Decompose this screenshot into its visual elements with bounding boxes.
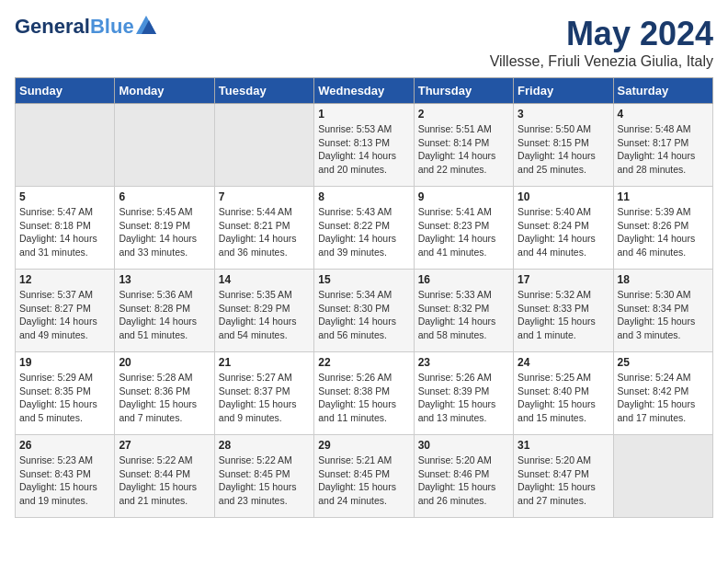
- col-wednesday: Wednesday: [314, 78, 414, 104]
- col-sunday: Sunday: [16, 78, 115, 104]
- logo-general: General: [15, 15, 90, 39]
- logo: General Blue: [15, 15, 156, 39]
- table-row: 7Sunrise: 5:44 AM Sunset: 8:21 PM Daylig…: [214, 187, 313, 270]
- table-row: [16, 104, 115, 187]
- table-row: 8Sunrise: 5:43 AM Sunset: 8:22 PM Daylig…: [314, 187, 414, 270]
- calendar-week-row: 12Sunrise: 5:37 AM Sunset: 8:27 PM Dayli…: [16, 270, 713, 352]
- location-subtitle: Villesse, Friuli Venezia Giulia, Italy: [490, 53, 713, 70]
- day-info: Sunrise: 5:27 AM Sunset: 8:37 PM Dayligh…: [219, 371, 310, 425]
- day-number: 16: [418, 273, 509, 286]
- table-row: 31Sunrise: 5:20 AM Sunset: 8:47 PM Dayli…: [514, 435, 613, 518]
- day-number: 2: [418, 108, 509, 121]
- table-row: [214, 104, 313, 187]
- day-number: 13: [119, 273, 210, 286]
- day-number: 9: [418, 190, 509, 203]
- day-info: Sunrise: 5:23 AM Sunset: 8:43 PM Dayligh…: [19, 454, 110, 508]
- calendar-week-row: 19Sunrise: 5:29 AM Sunset: 8:35 PM Dayli…: [16, 352, 713, 435]
- table-row: 9Sunrise: 5:41 AM Sunset: 8:23 PM Daylig…: [414, 187, 513, 270]
- day-number: 25: [618, 356, 709, 369]
- table-row: 13Sunrise: 5:36 AM Sunset: 8:28 PM Dayli…: [115, 270, 214, 352]
- table-row: 30Sunrise: 5:20 AM Sunset: 8:46 PM Dayli…: [414, 435, 513, 518]
- table-row: 12Sunrise: 5:37 AM Sunset: 8:27 PM Dayli…: [16, 270, 115, 352]
- day-info: Sunrise: 5:50 AM Sunset: 8:15 PM Dayligh…: [518, 122, 609, 177]
- day-info: Sunrise: 5:26 AM Sunset: 8:39 PM Dayligh…: [418, 371, 509, 425]
- day-number: 17: [518, 273, 609, 286]
- table-row: 22Sunrise: 5:26 AM Sunset: 8:38 PM Dayli…: [314, 352, 414, 435]
- table-row: 14Sunrise: 5:35 AM Sunset: 8:29 PM Dayli…: [214, 270, 313, 352]
- table-row: 17Sunrise: 5:32 AM Sunset: 8:33 PM Dayli…: [514, 270, 613, 352]
- day-number: 27: [119, 439, 210, 452]
- day-info: Sunrise: 5:47 AM Sunset: 8:18 PM Dayligh…: [19, 205, 110, 259]
- day-info: Sunrise: 5:28 AM Sunset: 8:36 PM Dayligh…: [119, 371, 210, 425]
- table-row: 25Sunrise: 5:24 AM Sunset: 8:42 PM Dayli…: [613, 352, 712, 435]
- day-number: 5: [19, 190, 110, 203]
- table-row: 5Sunrise: 5:47 AM Sunset: 8:18 PM Daylig…: [16, 187, 115, 270]
- day-info: Sunrise: 5:21 AM Sunset: 8:45 PM Dayligh…: [318, 454, 409, 508]
- table-row: 6Sunrise: 5:45 AM Sunset: 8:19 PM Daylig…: [115, 187, 214, 270]
- calendar-week-row: 5Sunrise: 5:47 AM Sunset: 8:18 PM Daylig…: [16, 187, 713, 270]
- table-row: 23Sunrise: 5:26 AM Sunset: 8:39 PM Dayli…: [414, 352, 513, 435]
- day-info: Sunrise: 5:48 AM Sunset: 8:17 PM Dayligh…: [618, 122, 709, 177]
- day-number: 18: [618, 273, 709, 286]
- title-block: May 2024 Villesse, Friuli Venezia Giulia…: [490, 15, 713, 70]
- day-info: Sunrise: 5:41 AM Sunset: 8:23 PM Dayligh…: [418, 205, 509, 259]
- table-row: 20Sunrise: 5:28 AM Sunset: 8:36 PM Dayli…: [115, 352, 214, 435]
- day-number: 26: [19, 439, 110, 452]
- day-info: Sunrise: 5:39 AM Sunset: 8:26 PM Dayligh…: [618, 205, 709, 259]
- day-info: Sunrise: 5:25 AM Sunset: 8:40 PM Dayligh…: [518, 371, 609, 425]
- table-row: 21Sunrise: 5:27 AM Sunset: 8:37 PM Dayli…: [214, 352, 313, 435]
- day-info: Sunrise: 5:32 AM Sunset: 8:33 PM Dayligh…: [518, 288, 609, 342]
- day-number: 1: [318, 108, 409, 121]
- day-number: 28: [219, 439, 310, 452]
- table-row: 11Sunrise: 5:39 AM Sunset: 8:26 PM Dayli…: [613, 187, 712, 270]
- col-tuesday: Tuesday: [214, 78, 313, 104]
- table-row: 2Sunrise: 5:51 AM Sunset: 8:14 PM Daylig…: [414, 104, 513, 187]
- day-info: Sunrise: 5:34 AM Sunset: 8:30 PM Dayligh…: [318, 288, 409, 342]
- month-year-title: May 2024: [490, 15, 713, 53]
- calendar-table: Sunday Monday Tuesday Wednesday Thursday…: [15, 77, 713, 518]
- day-info: Sunrise: 5:33 AM Sunset: 8:32 PM Dayligh…: [418, 288, 509, 342]
- day-info: Sunrise: 5:43 AM Sunset: 8:22 PM Dayligh…: [318, 205, 409, 259]
- day-number: 30: [418, 439, 509, 452]
- calendar-header-row: Sunday Monday Tuesday Wednesday Thursday…: [16, 78, 713, 104]
- table-row: 18Sunrise: 5:30 AM Sunset: 8:34 PM Dayli…: [613, 270, 712, 352]
- day-number: 22: [318, 356, 409, 369]
- table-row: 28Sunrise: 5:22 AM Sunset: 8:45 PM Dayli…: [214, 435, 313, 518]
- day-info: Sunrise: 5:26 AM Sunset: 8:38 PM Dayligh…: [318, 371, 409, 425]
- logo-icon: [136, 16, 156, 38]
- day-number: 29: [318, 439, 409, 452]
- day-number: 10: [518, 190, 609, 203]
- day-number: 15: [318, 273, 409, 286]
- day-number: 31: [518, 439, 609, 452]
- table-row: 15Sunrise: 5:34 AM Sunset: 8:30 PM Dayli…: [314, 270, 414, 352]
- day-number: 8: [318, 190, 409, 203]
- day-number: 7: [219, 190, 310, 203]
- col-monday: Monday: [115, 78, 214, 104]
- day-info: Sunrise: 5:22 AM Sunset: 8:45 PM Dayligh…: [219, 454, 310, 508]
- day-number: 21: [219, 356, 310, 369]
- day-info: Sunrise: 5:20 AM Sunset: 8:47 PM Dayligh…: [518, 454, 609, 508]
- day-info: Sunrise: 5:40 AM Sunset: 8:24 PM Dayligh…: [518, 205, 609, 259]
- table-row: 26Sunrise: 5:23 AM Sunset: 8:43 PM Dayli…: [16, 435, 115, 518]
- day-info: Sunrise: 5:24 AM Sunset: 8:42 PM Dayligh…: [618, 371, 709, 425]
- table-row: 3Sunrise: 5:50 AM Sunset: 8:15 PM Daylig…: [514, 104, 613, 187]
- calendar-week-row: 26Sunrise: 5:23 AM Sunset: 8:43 PM Dayli…: [16, 435, 713, 518]
- table-row: 1Sunrise: 5:53 AM Sunset: 8:13 PM Daylig…: [314, 104, 414, 187]
- day-number: 19: [19, 356, 110, 369]
- day-number: 6: [119, 190, 210, 203]
- col-friday: Friday: [514, 78, 613, 104]
- calendar-week-row: 1Sunrise: 5:53 AM Sunset: 8:13 PM Daylig…: [16, 104, 713, 187]
- day-info: Sunrise: 5:53 AM Sunset: 8:13 PM Dayligh…: [318, 122, 409, 177]
- table-row: 10Sunrise: 5:40 AM Sunset: 8:24 PM Dayli…: [514, 187, 613, 270]
- day-number: 14: [219, 273, 310, 286]
- col-saturday: Saturday: [613, 78, 712, 104]
- day-info: Sunrise: 5:37 AM Sunset: 8:27 PM Dayligh…: [19, 288, 110, 342]
- table-row: 19Sunrise: 5:29 AM Sunset: 8:35 PM Dayli…: [16, 352, 115, 435]
- table-row: 4Sunrise: 5:48 AM Sunset: 8:17 PM Daylig…: [613, 104, 712, 187]
- day-number: 24: [518, 356, 609, 369]
- day-info: Sunrise: 5:44 AM Sunset: 8:21 PM Dayligh…: [219, 205, 310, 259]
- table-row: [613, 435, 712, 518]
- day-number: 20: [119, 356, 210, 369]
- logo-blue: Blue: [90, 15, 134, 39]
- day-number: 11: [618, 190, 709, 203]
